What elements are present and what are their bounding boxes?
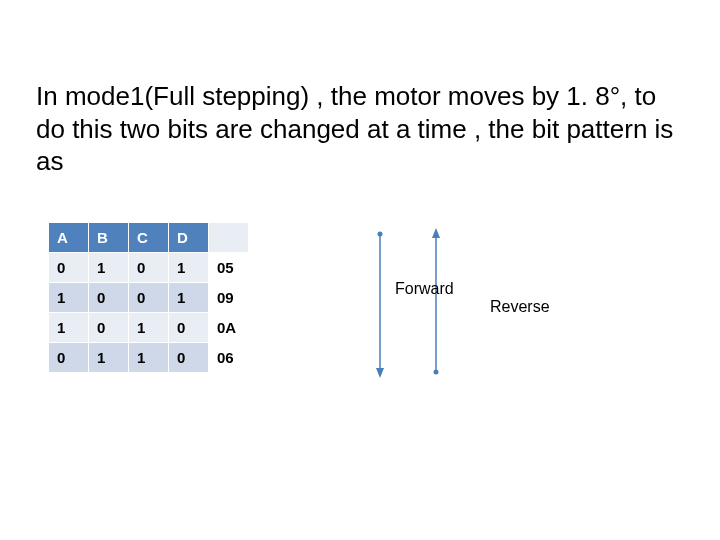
col-hex-header [209, 223, 249, 253]
cell: 0 [129, 253, 169, 283]
cell: 0 [169, 343, 209, 373]
bit-pattern-table: A B C D 0 1 0 1 05 1 0 0 1 09 [48, 222, 249, 373]
cell-hex: 06 [209, 343, 249, 373]
svg-marker-4 [432, 228, 440, 238]
forward-arrow-icon [374, 228, 386, 378]
forward-label: Forward [395, 280, 454, 298]
cell-hex: 05 [209, 253, 249, 283]
bit-pattern-table-container: A B C D 0 1 0 1 05 1 0 0 1 09 [48, 222, 249, 373]
reverse-arrow-icon [430, 228, 442, 378]
cell: 1 [49, 313, 89, 343]
table-row: 0 1 0 1 05 [49, 253, 249, 283]
cell: 1 [169, 283, 209, 313]
table-row: 1 0 0 1 09 [49, 283, 249, 313]
svg-point-5 [434, 370, 439, 375]
cell: 0 [49, 253, 89, 283]
cell: 1 [89, 343, 129, 373]
col-b-header: B [89, 223, 129, 253]
body-paragraph: In mode1(Full stepping) , the motor move… [36, 80, 678, 178]
table-row: 1 0 1 0 0A [49, 313, 249, 343]
cell: 0 [89, 313, 129, 343]
cell: 1 [169, 253, 209, 283]
cell: 0 [49, 343, 89, 373]
cell-hex: 0A [209, 313, 249, 343]
cell: 1 [49, 283, 89, 313]
cell: 1 [129, 313, 169, 343]
cell: 0 [89, 283, 129, 313]
reverse-label: Reverse [490, 298, 550, 316]
col-d-header: D [169, 223, 209, 253]
svg-marker-1 [376, 368, 384, 378]
cell: 1 [129, 343, 169, 373]
cell: 1 [89, 253, 129, 283]
cell: 0 [169, 313, 209, 343]
cell-hex: 09 [209, 283, 249, 313]
col-c-header: C [129, 223, 169, 253]
table-row: 0 1 1 0 06 [49, 343, 249, 373]
col-a-header: A [49, 223, 89, 253]
svg-point-2 [378, 232, 383, 237]
cell: 0 [129, 283, 169, 313]
